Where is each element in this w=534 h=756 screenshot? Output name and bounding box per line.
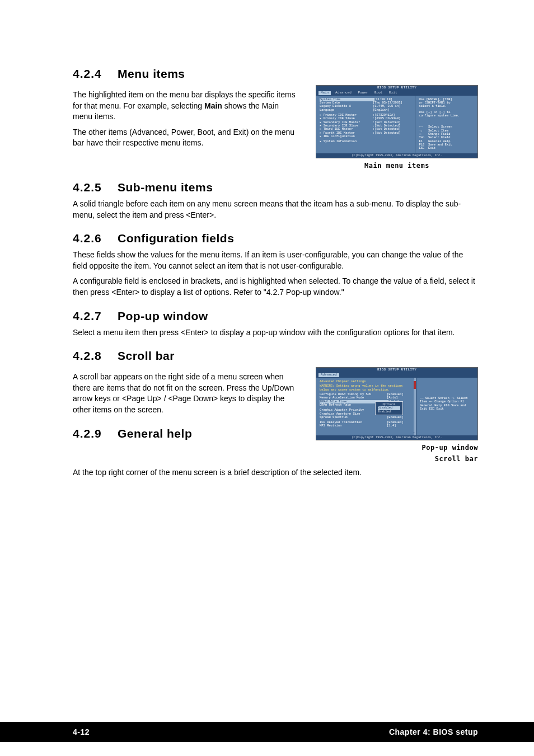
p-426-2: A configurable field is enclosed in brac… (73, 276, 478, 298)
tab-main: Main (318, 91, 331, 95)
caption-popup: Pop-up window (316, 444, 478, 452)
bios-left-panel: System Time[11:10:19] System Date[Thu 03… (316, 96, 415, 153)
p-428-1: A scroll bar appears on the right side o… (73, 372, 297, 415)
help-text-2: Use [+] or [-] to configure system time. (419, 111, 474, 118)
p-429-1: At the top right corner of the menu scre… (73, 467, 478, 478)
tab-boot: Boot (372, 91, 385, 95)
footer-chapter: Chapter 4: BIOS setup (389, 727, 478, 736)
figure-popup-scroll: BIOS SETUP UTILITY Advanced Advanced Chi… (316, 367, 478, 463)
help-text-1: Use [ENTER], [TAB] or [SHIFT-TAB] to sel… (419, 98, 474, 109)
caption-main-menu: Main menu items (316, 162, 478, 170)
sectitle: Menu items (118, 67, 185, 80)
p-427-1: Select a menu item then press <Enter> to… (73, 327, 478, 339)
scrollbar (414, 378, 416, 435)
heading-428: 4.2.8Scroll bar (73, 349, 478, 363)
adv-heading: Advanced Chipset settings (320, 380, 410, 383)
heading-424: 4.2.4Menu items (73, 67, 478, 81)
bios-copyright: (C)Copyright 1985-2002, American Megatre… (316, 153, 477, 158)
bios-title: BIOS SETUP UTILITY (316, 86, 477, 91)
heading-427: 4.2.7Pop-up window (73, 309, 478, 323)
bios-screenshot-1: BIOS SETUP UTILITY Main Advanced Power B… (316, 85, 478, 158)
figure-main-menu: BIOS SETUP UTILITY Main Advanced Power B… (316, 85, 478, 170)
tab-advanced: Advanced (333, 91, 354, 95)
text-424: The highlighted item on the menu bar dis… (73, 85, 297, 153)
popup-window: Options Disabled Enabled (375, 401, 403, 415)
tab-power: Power (355, 91, 370, 95)
p-424-1: The highlighted item on the menu bar dis… (73, 90, 297, 123)
page-footer: 4-12 Chapter 4: BIOS setup (0, 722, 534, 742)
bios-help-panel: Use [ENTER], [TAB] or [SHIFT-TAB] to sel… (415, 96, 477, 153)
p-424-2: The other items (Advanced, Power, Boot, … (73, 127, 297, 149)
page-content: 4.2.4Menu items The highlighted item on … (0, 0, 534, 722)
caption-scroll: Scroll bar (316, 455, 478, 463)
bios-menubar: Main Advanced Power Boot Exit (316, 91, 477, 96)
p-425-1: A solid triangle before each item on any… (73, 199, 478, 220)
bios-screenshot-2: BIOS SETUP UTILITY Advanced Advanced Chi… (316, 367, 478, 440)
heading-425: 4.2.5Sub-menu items (73, 181, 478, 194)
adv-warning: WARNING: Setting wrong values in the sec… (320, 384, 410, 392)
row-424: The highlighted item on the menu bar dis… (73, 85, 478, 170)
tab-advanced-2: Advanced (318, 373, 339, 377)
main-word: Main (204, 101, 222, 110)
help-nav: ←→ Select Screen ↑↓ Select Item +- Chang… (419, 125, 474, 150)
heading-426: 4.2.6Configuration fields (73, 232, 478, 245)
footer-page-number: 4-12 (73, 727, 90, 736)
tab-exit: Exit (387, 91, 399, 95)
p-426-1: These fields show the values for the men… (73, 250, 478, 271)
help-nav-2: ←→ Select Screen ↑↓ Select Item +- Chang… (420, 397, 474, 411)
secnum: 4.2.4 (73, 67, 118, 81)
